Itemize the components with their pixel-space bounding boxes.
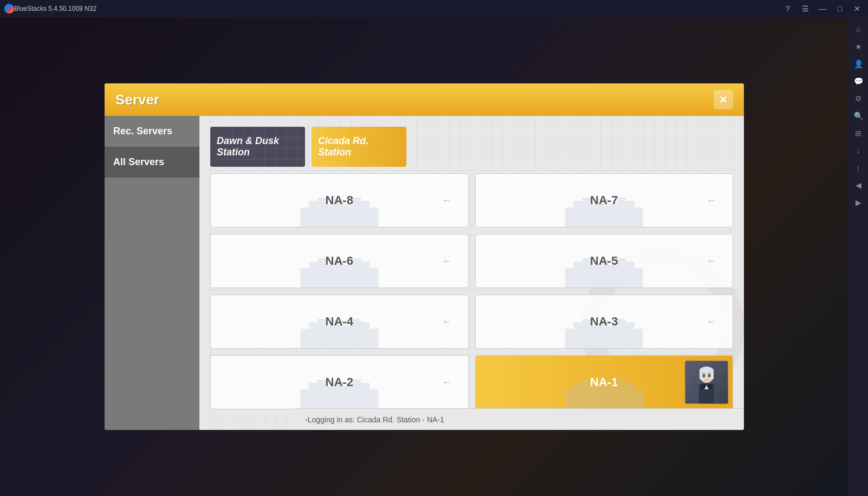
server-arrow-na4: ← — [442, 316, 452, 328]
tool-grid[interactable]: ⊞ — [851, 126, 866, 141]
login-status: -Logging in as: Cicada Rd. Station - NA-… — [305, 415, 444, 424]
app-title: BlueStacks 5.4.50.1009 N32 — [14, 5, 781, 12]
server-grid: NA-8 ← NA-7 ← NA-6 ← NA-5 — [210, 173, 733, 409]
server-modal: Server × Rec. Servers All Servers — [105, 83, 744, 430]
tool-next[interactable]: ▶ — [851, 195, 866, 210]
nav-item-rec-servers[interactable]: Rec. Servers — [105, 116, 199, 147]
tool-arrows[interactable]: ↕ — [851, 160, 866, 175]
server-arrow-na5: ← — [707, 256, 716, 267]
modal-close-button[interactable]: × — [714, 90, 733, 109]
svg-point-8 — [708, 375, 710, 377]
tool-download[interactable]: ↓ — [851, 143, 866, 158]
modal-footer: -Logging in as: Cicada Rd. Station - NA-… — [294, 408, 744, 430]
tool-home[interactable]: ⌂ — [851, 22, 866, 37]
svg-rect-3 — [699, 369, 703, 380]
tool-gear[interactable]: ⚙ — [851, 91, 866, 106]
server-arrow-na3: ← — [707, 316, 716, 328]
nav-sidebar: Rec. Servers All Servers — [105, 116, 199, 430]
tool-search[interactable]: 🔍 — [851, 108, 866, 123]
tool-chat[interactable]: 💬 — [851, 74, 866, 89]
menu-icon[interactable]: ☰ — [799, 2, 812, 15]
svg-point-7 — [703, 375, 705, 377]
help-icon[interactable]: ? — [781, 2, 794, 15]
minimize-icon[interactable]: — — [816, 2, 829, 15]
close-window-icon[interactable]: ✕ — [851, 2, 864, 15]
server-card-na6[interactable]: NA-6 ← — [210, 234, 469, 288]
server-card-na1[interactable]: NA-1 ← — [475, 355, 734, 409]
server-card-na3[interactable]: NA-3 ← — [475, 295, 734, 349]
server-arrow-na2: ← — [442, 377, 452, 388]
svg-rect-4 — [710, 369, 714, 380]
avatar-illustration — [685, 361, 728, 403]
right-sidebar: ⌂ ★ 👤 💬 ⚙ 🔍 ⊞ ↓ ↕ ◀ ▶ — [848, 17, 868, 496]
server-card-na4[interactable]: NA-4 ← — [210, 295, 469, 349]
nav-item-all-servers[interactable]: All Servers — [105, 147, 199, 178]
modal-header: Server × — [105, 83, 744, 116]
maximize-icon[interactable]: □ — [833, 2, 846, 15]
server-card-na5[interactable]: NA-5 ← — [475, 234, 734, 288]
server-card-na8[interactable]: NA-8 ← — [210, 173, 469, 227]
modal-backdrop: Server × Rec. Servers All Servers — [0, 17, 848, 496]
server-card-na7[interactable]: NA-7 ← — [475, 173, 734, 227]
server-grid-area: Dawn & Dusk Station Cicada Rd. Station N… — [199, 116, 744, 430]
modal-body: Rec. Servers All Servers Dawn & Dusk Sta… — [105, 116, 744, 430]
tool-prev[interactable]: ◀ — [851, 178, 866, 193]
server-arrow-na6: ← — [442, 256, 452, 267]
server-arrow-na8: ← — [442, 195, 452, 206]
tool-star[interactable]: ★ — [851, 39, 866, 54]
modal-title: Server — [115, 92, 714, 108]
character-avatar — [685, 361, 728, 404]
bluestacks-logo — [4, 4, 14, 14]
server-group-cicada[interactable]: Cicada Rd. Station — [312, 127, 406, 167]
tool-person[interactable]: 👤 — [851, 56, 866, 71]
server-arrow-na7: ← — [707, 195, 716, 206]
topbar-controls: ? ☰ — □ ✕ — [781, 2, 864, 15]
topbar: BlueStacks 5.4.50.1009 N32 ? ☰ — □ ✕ — [0, 0, 868, 17]
server-group-dawn-dusk[interactable]: Dawn & Dusk Station — [210, 127, 305, 167]
server-card-na2[interactable]: NA-2 ← — [210, 355, 469, 409]
